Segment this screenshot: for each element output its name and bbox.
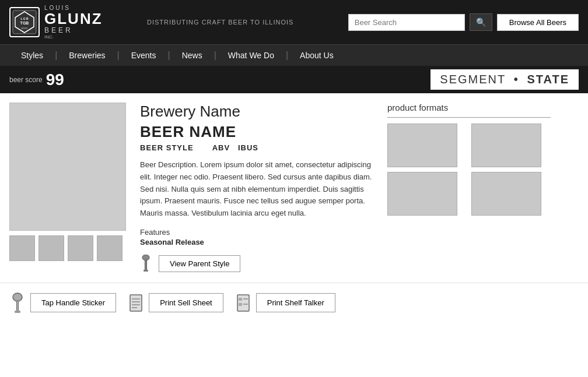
format-box-2[interactable] xyxy=(471,124,541,167)
product-image-section xyxy=(9,103,126,273)
brewery-name: Brewery Name xyxy=(140,103,373,121)
header: L G B TGB BEER LOUIS GLUNZ BEER INC. DIS… xyxy=(0,0,588,44)
tap-handle-sticker-item: Tap Handle Sticker xyxy=(9,293,116,313)
main-nav: Styles | Breweries | Events | News | Wha… xyxy=(0,44,588,66)
beer-score-badge: beer score 99 xyxy=(9,71,64,89)
nav-item-breweries[interactable]: Breweries xyxy=(57,45,117,66)
beer-style: BEER STYLE xyxy=(140,143,194,152)
nav-item-news[interactable]: News xyxy=(170,45,214,66)
nav-item-events[interactable]: Events xyxy=(120,45,168,66)
thumbnail-1[interactable] xyxy=(9,235,35,261)
segment-state: SEGMENT • STATE xyxy=(430,69,579,90)
format-box-3[interactable] xyxy=(387,172,457,216)
tagline: DISTRIBUTING CRAFT BEER TO ILLINOIS xyxy=(147,19,339,26)
formats-divider xyxy=(387,117,551,118)
format-box-1[interactable] xyxy=(387,124,457,167)
features-label: Features xyxy=(140,228,373,237)
product-formats-section: product formats xyxy=(387,103,551,273)
nav-item-about-us[interactable]: About Us xyxy=(288,45,345,66)
main-product-image xyxy=(9,103,126,231)
print-shelf-talker-item: Print Shelf Talker xyxy=(235,293,335,313)
tap-handle-icon xyxy=(9,293,26,313)
tap-handle-icon-small xyxy=(140,255,153,273)
search-button[interactable]: 🔍 xyxy=(470,13,492,31)
view-parent-btn-area: View Parent Style xyxy=(140,255,373,273)
segment-dot: • xyxy=(514,73,519,86)
logo-inc: INC. xyxy=(44,34,103,40)
svg-text:TGB: TGB xyxy=(20,21,29,25)
print-shelf-talker-button[interactable]: Print Shelf Talker xyxy=(256,293,335,312)
product-thumbnails xyxy=(9,235,126,261)
svg-text:L G B: L G B xyxy=(20,17,29,20)
logo-text: LOUIS GLUNZ BEER INC. xyxy=(44,5,103,40)
print-sell-sheet-button[interactable]: Print Sell Sheet xyxy=(149,293,223,312)
thumbnail-4[interactable] xyxy=(97,235,123,261)
beer-name: BEER NAME xyxy=(140,123,373,141)
svg-rect-11 xyxy=(130,295,142,311)
svg-rect-9 xyxy=(17,301,19,311)
nav-item-styles[interactable]: Styles xyxy=(9,45,55,66)
abv-label: ABV xyxy=(212,143,230,152)
formats-grid xyxy=(387,124,551,216)
main-content: Brewery Name BEER NAME BEER STYLE ABV IB… xyxy=(0,93,588,273)
score-number: 99 xyxy=(46,71,64,89)
svg-rect-19 xyxy=(239,303,242,306)
svg-rect-6 xyxy=(145,260,147,270)
svg-rect-10 xyxy=(15,311,20,313)
svg-rect-7 xyxy=(144,270,148,272)
search-area: 🔍 Browse All Beers xyxy=(348,13,579,31)
sell-sheet-icon xyxy=(128,293,144,313)
action-bar: Tap Handle Sticker Print Sell Sheet Prin xyxy=(0,283,588,323)
logo-glunz: GLUNZ xyxy=(44,11,103,26)
svg-text:BEER: BEER xyxy=(22,27,28,30)
features-value: Seasonal Release xyxy=(140,238,373,246)
product-formats-title: product formats xyxy=(387,103,551,112)
logo-area: L G B TGB BEER LOUIS GLUNZ BEER INC. xyxy=(9,5,138,40)
score-label: beer score xyxy=(9,76,43,84)
view-parent-style-button[interactable]: View Parent Style xyxy=(159,255,240,272)
thumbnail-3[interactable] xyxy=(68,235,93,261)
beer-score-bar: beer score 99 SEGMENT • STATE xyxy=(0,66,588,93)
print-sell-sheet-item: Print Sell Sheet xyxy=(128,293,223,313)
beer-meta: BEER STYLE ABV IBUS xyxy=(140,143,373,152)
segment-text: SEGMENT xyxy=(440,73,506,86)
logo-beer: BEER xyxy=(44,26,103,34)
svg-point-8 xyxy=(13,293,22,301)
search-input[interactable] xyxy=(348,14,465,31)
tap-handle-sticker-button[interactable]: Tap Handle Sticker xyxy=(30,293,116,312)
browse-all-beers-button[interactable]: Browse All Beers xyxy=(497,14,579,31)
state-text: STATE xyxy=(527,73,569,86)
ibus-label: IBUS xyxy=(238,143,258,152)
beer-abv-ibus: ABV IBUS xyxy=(212,143,258,152)
logo-icon: L G B TGB BEER xyxy=(9,7,40,37)
svg-rect-17 xyxy=(239,298,242,301)
format-box-4[interactable] xyxy=(471,172,541,216)
shelf-talker-icon xyxy=(235,293,251,313)
thumbnail-2[interactable] xyxy=(38,235,64,261)
beer-description: Beer Description. Lorem ipsum dolor sit … xyxy=(140,159,373,220)
product-details: Brewery Name BEER NAME BEER STYLE ABV IB… xyxy=(140,103,373,273)
nav-item-what-we-do[interactable]: What We Do xyxy=(216,45,286,66)
